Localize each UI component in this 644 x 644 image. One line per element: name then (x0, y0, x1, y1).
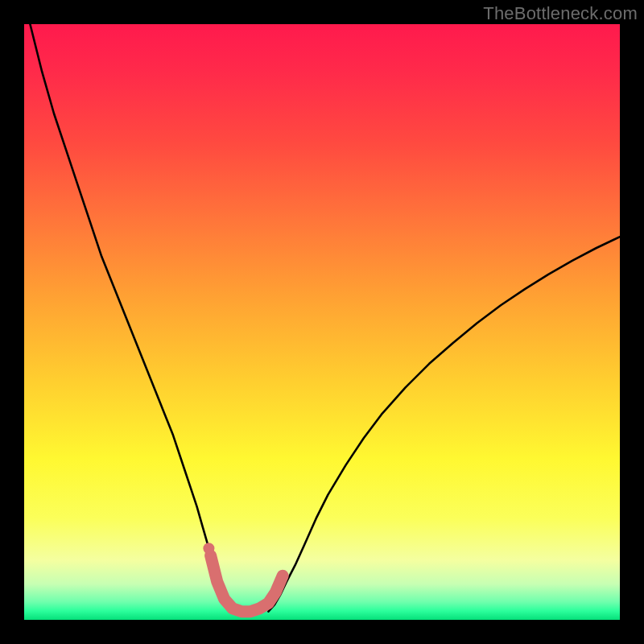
chart-frame: TheBottleneck.com (0, 0, 644, 644)
curve-left-branch (30, 24, 233, 612)
plot-area (24, 24, 620, 620)
curve-layer (24, 24, 620, 620)
curve-right-branch (268, 237, 620, 611)
watermark-text: TheBottleneck.com (483, 3, 638, 24)
valley-left-dot (203, 543, 214, 554)
valley-overlay (211, 555, 283, 612)
